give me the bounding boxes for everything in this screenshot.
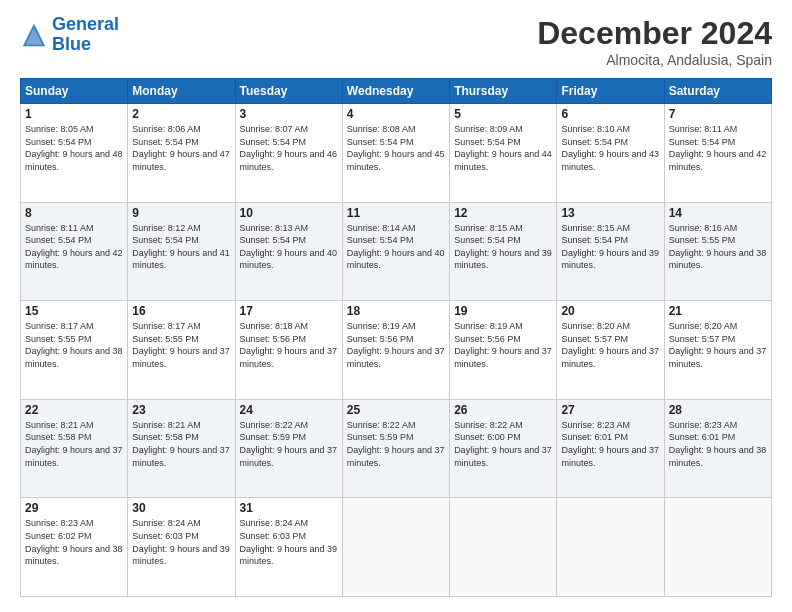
- day-number: 4: [347, 107, 445, 121]
- day-number: 17: [240, 304, 338, 318]
- logo-text: General Blue: [52, 15, 119, 55]
- day-info: Sunrise: 8:05 AM Sunset: 5:54 PM Dayligh…: [25, 123, 123, 173]
- day-number: 12: [454, 206, 552, 220]
- day-number: 25: [347, 403, 445, 417]
- day-number: 29: [25, 501, 123, 515]
- calendar-day-cell: 6Sunrise: 8:10 AM Sunset: 5:54 PM Daylig…: [557, 104, 664, 203]
- day-info: Sunrise: 8:10 AM Sunset: 5:54 PM Dayligh…: [561, 123, 659, 173]
- day-number: 28: [669, 403, 767, 417]
- calendar-week-row: 29Sunrise: 8:23 AM Sunset: 6:02 PM Dayli…: [21, 498, 772, 597]
- logo: General Blue: [20, 15, 119, 55]
- calendar-day-cell: 17Sunrise: 8:18 AM Sunset: 5:56 PM Dayli…: [235, 301, 342, 400]
- location: Almocita, Andalusia, Spain: [537, 52, 772, 68]
- day-info: Sunrise: 8:24 AM Sunset: 6:03 PM Dayligh…: [132, 517, 230, 567]
- day-number: 24: [240, 403, 338, 417]
- calendar-week-row: 1Sunrise: 8:05 AM Sunset: 5:54 PM Daylig…: [21, 104, 772, 203]
- day-number: 20: [561, 304, 659, 318]
- day-number: 10: [240, 206, 338, 220]
- day-header-saturday: Saturday: [664, 79, 771, 104]
- day-info: Sunrise: 8:19 AM Sunset: 5:56 PM Dayligh…: [347, 320, 445, 370]
- calendar-day-cell: 8Sunrise: 8:11 AM Sunset: 5:54 PM Daylig…: [21, 202, 128, 301]
- calendar-week-row: 8Sunrise: 8:11 AM Sunset: 5:54 PM Daylig…: [21, 202, 772, 301]
- calendar-day-cell: 22Sunrise: 8:21 AM Sunset: 5:58 PM Dayli…: [21, 399, 128, 498]
- day-info: Sunrise: 8:11 AM Sunset: 5:54 PM Dayligh…: [669, 123, 767, 173]
- calendar-day-cell: 12Sunrise: 8:15 AM Sunset: 5:54 PM Dayli…: [450, 202, 557, 301]
- calendar-day-cell: [342, 498, 449, 597]
- calendar-day-cell: 9Sunrise: 8:12 AM Sunset: 5:54 PM Daylig…: [128, 202, 235, 301]
- day-number: 27: [561, 403, 659, 417]
- day-info: Sunrise: 8:22 AM Sunset: 5:59 PM Dayligh…: [347, 419, 445, 469]
- logo-general: General: [52, 14, 119, 34]
- day-number: 7: [669, 107, 767, 121]
- day-number: 19: [454, 304, 552, 318]
- day-number: 26: [454, 403, 552, 417]
- calendar-day-cell: 1Sunrise: 8:05 AM Sunset: 5:54 PM Daylig…: [21, 104, 128, 203]
- day-info: Sunrise: 8:08 AM Sunset: 5:54 PM Dayligh…: [347, 123, 445, 173]
- calendar-day-cell: 21Sunrise: 8:20 AM Sunset: 5:57 PM Dayli…: [664, 301, 771, 400]
- calendar-day-cell: 13Sunrise: 8:15 AM Sunset: 5:54 PM Dayli…: [557, 202, 664, 301]
- day-info: Sunrise: 8:12 AM Sunset: 5:54 PM Dayligh…: [132, 222, 230, 272]
- calendar-day-cell: 20Sunrise: 8:20 AM Sunset: 5:57 PM Dayli…: [557, 301, 664, 400]
- day-info: Sunrise: 8:11 AM Sunset: 5:54 PM Dayligh…: [25, 222, 123, 272]
- day-info: Sunrise: 8:23 AM Sunset: 6:01 PM Dayligh…: [561, 419, 659, 469]
- day-info: Sunrise: 8:06 AM Sunset: 5:54 PM Dayligh…: [132, 123, 230, 173]
- calendar-day-cell: [557, 498, 664, 597]
- calendar-day-cell: 27Sunrise: 8:23 AM Sunset: 6:01 PM Dayli…: [557, 399, 664, 498]
- day-number: 15: [25, 304, 123, 318]
- calendar-day-cell: 4Sunrise: 8:08 AM Sunset: 5:54 PM Daylig…: [342, 104, 449, 203]
- title-block: December 2024 Almocita, Andalusia, Spain: [537, 15, 772, 68]
- calendar-day-cell: [450, 498, 557, 597]
- day-header-friday: Friday: [557, 79, 664, 104]
- calendar-day-cell: 24Sunrise: 8:22 AM Sunset: 5:59 PM Dayli…: [235, 399, 342, 498]
- calendar-day-cell: 29Sunrise: 8:23 AM Sunset: 6:02 PM Dayli…: [21, 498, 128, 597]
- calendar-week-row: 22Sunrise: 8:21 AM Sunset: 5:58 PM Dayli…: [21, 399, 772, 498]
- day-info: Sunrise: 8:17 AM Sunset: 5:55 PM Dayligh…: [25, 320, 123, 370]
- day-number: 30: [132, 501, 230, 515]
- day-number: 14: [669, 206, 767, 220]
- day-info: Sunrise: 8:18 AM Sunset: 5:56 PM Dayligh…: [240, 320, 338, 370]
- calendar-day-cell: 23Sunrise: 8:21 AM Sunset: 5:58 PM Dayli…: [128, 399, 235, 498]
- day-info: Sunrise: 8:21 AM Sunset: 5:58 PM Dayligh…: [25, 419, 123, 469]
- calendar-day-cell: 31Sunrise: 8:24 AM Sunset: 6:03 PM Dayli…: [235, 498, 342, 597]
- day-number: 8: [25, 206, 123, 220]
- month-title: December 2024: [537, 15, 772, 52]
- day-header-thursday: Thursday: [450, 79, 557, 104]
- day-info: Sunrise: 8:15 AM Sunset: 5:54 PM Dayligh…: [561, 222, 659, 272]
- calendar-table: SundayMondayTuesdayWednesdayThursdayFrid…: [20, 78, 772, 597]
- calendar-day-cell: 30Sunrise: 8:24 AM Sunset: 6:03 PM Dayli…: [128, 498, 235, 597]
- day-info: Sunrise: 8:23 AM Sunset: 6:01 PM Dayligh…: [669, 419, 767, 469]
- day-number: 2: [132, 107, 230, 121]
- calendar-day-cell: 25Sunrise: 8:22 AM Sunset: 5:59 PM Dayli…: [342, 399, 449, 498]
- day-info: Sunrise: 8:20 AM Sunset: 5:57 PM Dayligh…: [669, 320, 767, 370]
- calendar-week-row: 15Sunrise: 8:17 AM Sunset: 5:55 PM Dayli…: [21, 301, 772, 400]
- day-number: 1: [25, 107, 123, 121]
- calendar-day-cell: 5Sunrise: 8:09 AM Sunset: 5:54 PM Daylig…: [450, 104, 557, 203]
- day-number: 23: [132, 403, 230, 417]
- day-info: Sunrise: 8:23 AM Sunset: 6:02 PM Dayligh…: [25, 517, 123, 567]
- header: General Blue December 2024 Almocita, And…: [20, 15, 772, 68]
- day-number: 22: [25, 403, 123, 417]
- calendar-day-cell: 14Sunrise: 8:16 AM Sunset: 5:55 PM Dayli…: [664, 202, 771, 301]
- calendar-day-cell: 19Sunrise: 8:19 AM Sunset: 5:56 PM Dayli…: [450, 301, 557, 400]
- day-info: Sunrise: 8:24 AM Sunset: 6:03 PM Dayligh…: [240, 517, 338, 567]
- page: General Blue December 2024 Almocita, And…: [0, 0, 792, 612]
- day-header-sunday: Sunday: [21, 79, 128, 104]
- day-number: 18: [347, 304, 445, 318]
- day-info: Sunrise: 8:16 AM Sunset: 5:55 PM Dayligh…: [669, 222, 767, 272]
- day-number: 21: [669, 304, 767, 318]
- calendar-day-cell: 28Sunrise: 8:23 AM Sunset: 6:01 PM Dayli…: [664, 399, 771, 498]
- day-info: Sunrise: 8:19 AM Sunset: 5:56 PM Dayligh…: [454, 320, 552, 370]
- logo-blue: Blue: [52, 34, 91, 54]
- calendar-day-cell: 7Sunrise: 8:11 AM Sunset: 5:54 PM Daylig…: [664, 104, 771, 203]
- day-header-tuesday: Tuesday: [235, 79, 342, 104]
- calendar-day-cell: 18Sunrise: 8:19 AM Sunset: 5:56 PM Dayli…: [342, 301, 449, 400]
- day-info: Sunrise: 8:07 AM Sunset: 5:54 PM Dayligh…: [240, 123, 338, 173]
- day-number: 16: [132, 304, 230, 318]
- day-info: Sunrise: 8:20 AM Sunset: 5:57 PM Dayligh…: [561, 320, 659, 370]
- calendar-day-cell: 11Sunrise: 8:14 AM Sunset: 5:54 PM Dayli…: [342, 202, 449, 301]
- calendar-day-cell: 3Sunrise: 8:07 AM Sunset: 5:54 PM Daylig…: [235, 104, 342, 203]
- day-number: 11: [347, 206, 445, 220]
- day-header-monday: Monday: [128, 79, 235, 104]
- calendar-day-cell: 15Sunrise: 8:17 AM Sunset: 5:55 PM Dayli…: [21, 301, 128, 400]
- calendar-day-cell: 16Sunrise: 8:17 AM Sunset: 5:55 PM Dayli…: [128, 301, 235, 400]
